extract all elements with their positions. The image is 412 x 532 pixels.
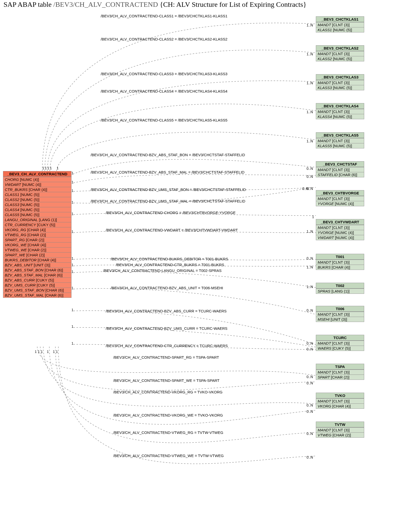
ref-table-header: _BEV3_CHCTKLAS1 — [316, 17, 364, 22]
ref-table-header: _BEV3_CHCTKLAS3 — [316, 74, 364, 80]
cardinality-left: 1 — [45, 166, 47, 170]
ref-field-row: MANDT [CLNT (3)] — [316, 427, 364, 432]
relation-label: /BEV3/CH_ALV_CONTRACTEND-VKORG_WE = TVKO… — [113, 413, 223, 417]
main-field-row: CLASS1 [NUMC (5)] — [3, 192, 71, 197]
cardinality-left: 1 — [50, 166, 52, 170]
connector-line — [58, 347, 316, 464]
cardinality-right: 0..N — [307, 308, 313, 312]
main-field-row: LANGU_ORIGINAL [LANG (1)] — [3, 217, 71, 222]
relation-label: /BEV3/CH_ALV_CONTRACTEND-BUKRS_DEBITOR =… — [111, 257, 228, 261]
ref-table: TCURCMANDT [CLNT (3)]WAERS [CUKY (5)] — [316, 335, 364, 351]
connector-line — [73, 271, 316, 288]
main-field-row: BZV_ABS_STAF_MAL [CHAR (6)] — [3, 272, 71, 277]
ref-field-row: MANDT [CLNT (3)] — [316, 260, 364, 265]
cardinality-right: 1..N — [307, 139, 313, 143]
main-field-row: SPART_RG [CHAR (2)] — [3, 237, 71, 242]
cardinality-left: 1 — [71, 256, 73, 260]
connector-line — [40, 347, 316, 390]
cardinality-right: 1 — [312, 215, 314, 219]
ref-table-header: TCURC — [316, 335, 364, 341]
main-field-row: CLASS5 [NUMC (5)] — [3, 212, 71, 217]
title-table: /BEV3/CH_ALV_CONTRACTEND — [53, 1, 158, 8]
ref-field-row: MANDT [CLNT (3)] — [316, 398, 364, 403]
ref-table-header: _BEV3_CHTVWDART — [316, 219, 364, 225]
title-prefix: SAP ABAP table — [4, 1, 53, 8]
main-field-row: VTWEG_RG [CHAR (2)] — [3, 232, 71, 237]
main-field-row: CHORG [NUMC (4)] — [3, 177, 71, 182]
ref-field-row: MANDT [CLNT (3)] — [316, 225, 364, 230]
ref-field-row: MANDT [CLNT (3)] — [316, 370, 364, 375]
cardinality-left: 1 — [71, 200, 73, 204]
cardinality-left: 1 — [71, 212, 73, 216]
main-table-header: _BEV3_CH_ALV_CONTRACTEND — [3, 171, 71, 177]
cardinality-right: 0..N — [307, 410, 313, 414]
cardinality-right: 0..N — [307, 347, 313, 351]
ref-table: _BEV3_CHCTKLAS5MANDT [CLNT (3)]KLASS5 [N… — [316, 132, 364, 148]
relation-label: /BEV3/CH_ALV_CONTRACTEND-SPART_WE = TSPA… — [113, 378, 219, 383]
relation-label: /BEV3/CH_ALV_CONTRACTEND-BZV_UMS_CURR = … — [106, 326, 228, 331]
cardinality-left: 1 — [71, 171, 73, 175]
ref-field-row: BUKRS [CHAR (4)] — [316, 265, 364, 270]
ref-field-row: SPRAS [LANG (1)] — [316, 289, 364, 294]
main-field-row: VWDART [NUMC (4)] — [3, 182, 71, 187]
cardinality-left: 1 — [71, 341, 73, 345]
cardinality-left: 1 — [71, 270, 73, 274]
connector-line — [47, 81, 316, 171]
relation-label: /BEV3/CH_ALV_CONTRACTEND-CLASS5 = /BEV3/… — [101, 118, 228, 122]
ref-table-header: T006 — [316, 306, 364, 312]
ref-field-row: KLASS3 [NUMC (5)] — [316, 85, 364, 90]
ref-field-row: KLASS2 [NUMC (5)] — [316, 56, 364, 61]
cardinality-left: 1 — [47, 350, 49, 354]
ref-table: _BEV3_CHCTKLAS3MANDT [CLNT (3)]KLASS3 [N… — [316, 74, 364, 90]
ref-table-header: TVKO — [316, 393, 364, 398]
ref-table: TVTWMANDT [CLNT (3)]VTWEG [CHAR (2)] — [316, 422, 364, 438]
ref-table-header: T001 — [316, 254, 364, 260]
ref-field-row: MANDT [CLNT (3)] — [316, 80, 364, 85]
ref-table: TSPAMANDT [CLNT (3)]SPART [CHAR (2)] — [316, 364, 364, 380]
main-field-row: BZV_UMS_STAF_MAL [CHAR (6)] — [3, 293, 71, 298]
ref-field-row: KLASS5 [NUMC (5)] — [316, 143, 364, 148]
main-field-row: VTWEG_WE [CHAR (2)] — [3, 247, 71, 252]
relation-label: /BEV3/CH_ALV_CONTRACTEND-BZV_UMS_STAF_BO… — [91, 187, 246, 192]
ref-table: T002SPRAS [LANG (1)] — [316, 283, 364, 294]
ref-field-row: VKORG [CHAR (4)] — [316, 403, 364, 408]
cardinality-right: 1..N — [307, 285, 313, 289]
relation-label: /BEV3/CH_ALV_CONTRACTEND-CLASS3 = /BEV3/… — [101, 72, 228, 76]
cardinality-left: 1 — [41, 350, 43, 354]
relation-label: /BEV3/CH_ALV_CONTRACTEND-LANGU_ORIGINAL … — [103, 268, 221, 273]
cardinality-left: 1 — [47, 166, 49, 170]
cardinality-right: 1..N — [307, 110, 313, 114]
main-field-row: VKORG_RG [CHAR (4)] — [3, 227, 71, 232]
main-table: _BEV3_CH_ALV_CONTRACTEND CHORG [NUMC (4)… — [3, 171, 71, 298]
ref-table: _BEV3_CHCTKLAS2MANDT [CLNT (3)]KLASS2 [N… — [316, 45, 364, 61]
ref-field-row: MANDT [CLNT (3)] — [316, 138, 364, 143]
ref-field-row: MANDT [CLNT (3)] — [316, 312, 364, 317]
cardinality-right: 1..N — [307, 81, 313, 85]
relation-label: /BEV3/CH_ALV_CONTRACTEND-CLASS4 = /BEV3/… — [101, 89, 228, 93]
cardinality-right: 0..N — [307, 375, 313, 379]
ref-table-header: _BEV3_CHCTKLAS4 — [316, 103, 364, 109]
ref-field-row: KLASS4 [NUMC (5)] — [316, 114, 364, 119]
ref-table-header: TVTW — [316, 422, 364, 427]
relation-label: /BEV3/CH_ALV_CONTRACTEND-SPART_RG = TSPA… — [113, 355, 219, 359]
relation-label: /BEV3/CH_ALV_CONTRACTEND-BZV_UMS_STAF_MA… — [91, 199, 245, 203]
relation-label: /BEV3/CH_ALV_CONTRACTEND-CTR_BUKRS = T00… — [116, 263, 224, 267]
relation-label: /BEV3/CH_ALV_CONTRACTEND-VWDART = /BEV3/… — [106, 228, 238, 232]
ref-table: T001MANDT [CLNT (3)]BUKRS [CHAR (4)] — [316, 254, 364, 270]
main-field-row: BZV_UMS_CURR [CUKY (5)] — [3, 282, 71, 288]
connector-line — [42, 23, 316, 171]
cardinality-left: 1 — [53, 350, 55, 354]
cardinality-right: 1..N — [307, 229, 313, 233]
cardinality-right: 0..N — [307, 167, 313, 171]
ref-field-row: WAERS [CUKY (5)] — [316, 346, 364, 351]
main-field-row: SPART_WE [CHAR (2)] — [3, 252, 71, 257]
relation-label: /BEV3/CH_ALV_CONTRACTEND-CHORG = /BEV3/C… — [106, 211, 236, 215]
cardinality-right: 0..N — [302, 187, 309, 191]
cardinality-left: 1 — [71, 189, 73, 193]
ref-table-header: _BEV3_CHCTKLAS5 — [316, 133, 364, 138]
ref-table: TVKOMANDT [CLNT (3)]VKORG [CHAR (4)] — [316, 393, 364, 409]
main-field-row: VKORG_WE [CHAR (4)] — [3, 242, 71, 247]
relation-label: /BEV3/CH_ALV_CONTRACTEND-VTWEG_RG = TVTW… — [113, 430, 223, 435]
cardinality-left: 1 — [35, 350, 37, 354]
ref-table: _BEV3_CHCTKLAS4MANDT [CLNT (3)]KLASS4 [N… — [316, 103, 364, 119]
